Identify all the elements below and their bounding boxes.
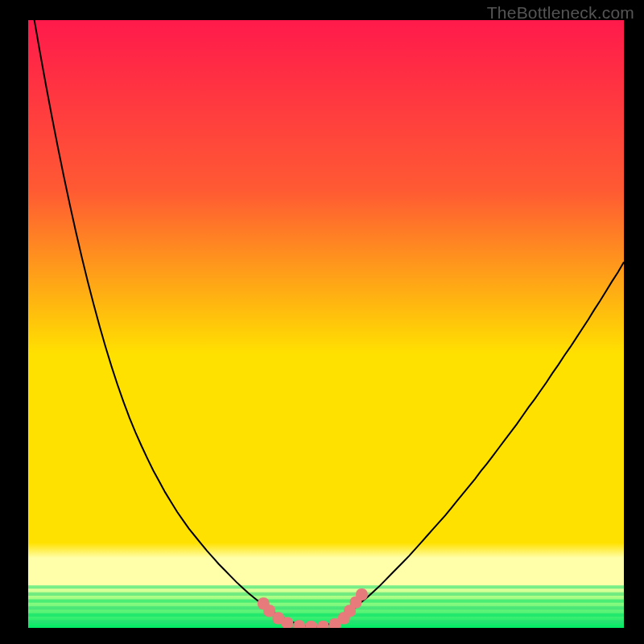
green-band-stripe xyxy=(28,585,624,588)
chart-frame: TheBottleneck.com xyxy=(0,0,644,644)
gradient-background xyxy=(28,20,624,628)
watermark-text: TheBottleneck.com xyxy=(487,3,634,23)
green-band-stripe xyxy=(28,606,624,609)
green-band-stripe xyxy=(28,613,624,617)
bottleneck-plot xyxy=(28,20,624,628)
curve-marker xyxy=(282,617,294,628)
green-band-stripe xyxy=(28,600,624,603)
curve-marker xyxy=(356,588,368,601)
green-band-stripe xyxy=(28,592,624,596)
